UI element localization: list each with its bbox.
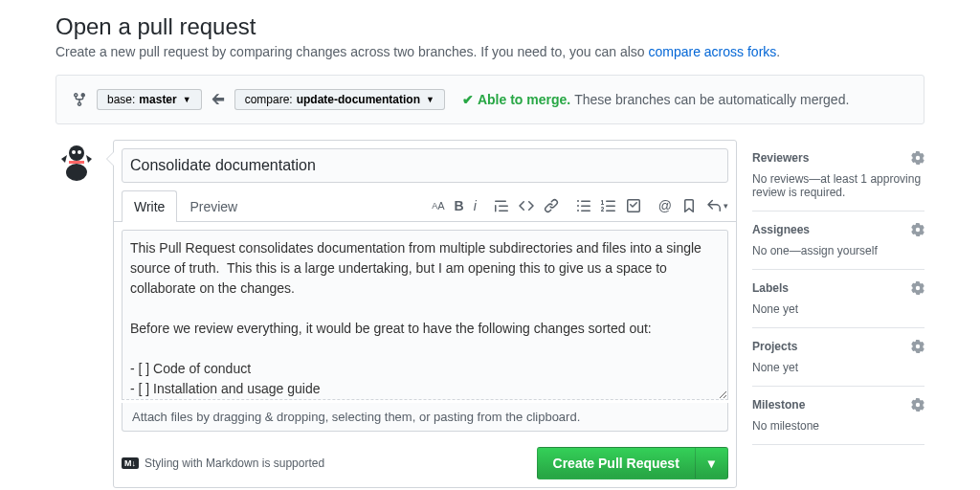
quote-icon[interactable] [494, 198, 509, 213]
markdown-hint[interactable]: M↓ Styling with Markdown is supported [122, 457, 324, 470]
arrow-left-icon: 🡰 [212, 92, 225, 107]
create-pr-caret[interactable]: ▼ [696, 447, 728, 479]
branch-compare-bar: base: master▼ 🡰 compare: update-document… [56, 75, 924, 124]
projects-body: None yet [752, 361, 924, 374]
milestone-body: No milestone [752, 419, 924, 433]
text-size-icon[interactable]: AA [432, 200, 444, 212]
svg-rect-5 [69, 161, 84, 164]
number-list-icon[interactable] [601, 198, 616, 213]
merge-status: ✔ Able to merge. These branches can be a… [462, 92, 849, 107]
assignees-title[interactable]: Assignees [752, 223, 924, 236]
svg-point-3 [72, 150, 76, 154]
svg-point-1 [69, 145, 84, 161]
page-subtitle: Create a new pull request by comparing c… [56, 44, 924, 59]
milestone-title[interactable]: Milestone [752, 398, 924, 412]
code-icon[interactable] [519, 198, 534, 213]
check-icon: ✔ [462, 92, 474, 107]
tab-preview[interactable]: Preview [177, 190, 250, 222]
reply-icon[interactable]: ▾ [706, 198, 728, 213]
labels-body: None yet [752, 302, 924, 316]
pr-title-input[interactable] [122, 148, 728, 183]
reviewers-title[interactable]: Reviewers [752, 151, 924, 165]
gear-icon[interactable] [911, 223, 924, 239]
bookmark-icon[interactable] [681, 198, 697, 213]
gear-icon[interactable] [911, 340, 924, 356]
create-pr-button[interactable]: Create Pull Request [537, 447, 696, 479]
compare-icon [72, 92, 87, 107]
base-branch-button[interactable]: base: master▼ [97, 89, 202, 110]
projects-title[interactable]: Projects [752, 340, 924, 353]
italic-icon[interactable]: i [474, 198, 477, 213]
gear-icon[interactable] [911, 281, 924, 298]
reviewers-body: No reviews—at least 1 approving review i… [752, 172, 924, 199]
user-avatar [56, 140, 98, 182]
bullet-list-icon[interactable] [576, 198, 591, 213]
page-title: Open a pull request [56, 13, 924, 40]
comment-box: Write Preview AA B i [113, 140, 737, 488]
mention-icon[interactable]: @ [658, 198, 672, 213]
sidebar: Reviewers No reviews—at least 1 approvin… [752, 140, 924, 488]
attach-hint[interactable]: Attach files by dragging & dropping, sel… [122, 403, 728, 432]
svg-point-2 [66, 164, 87, 181]
svg-point-4 [78, 150, 81, 154]
tab-write[interactable]: Write [122, 190, 177, 222]
compare-branch-button[interactable]: compare: update-documentation▼ [234, 89, 445, 110]
assignees-body: No one—assign yourself [752, 244, 924, 257]
task-list-icon[interactable] [626, 198, 641, 213]
gear-icon[interactable] [911, 398, 924, 414]
assign-yourself-link[interactable]: assign yourself [801, 244, 878, 257]
labels-title[interactable]: Labels [752, 281, 924, 295]
gear-icon[interactable] [911, 151, 924, 167]
bold-icon[interactable]: B [455, 198, 464, 213]
compare-forks-link[interactable]: compare across forks [648, 44, 776, 59]
pr-body-textarea[interactable] [122, 230, 728, 400]
link-icon[interactable] [544, 198, 559, 213]
formatting-toolbar: AA B i @ [432, 198, 728, 213]
